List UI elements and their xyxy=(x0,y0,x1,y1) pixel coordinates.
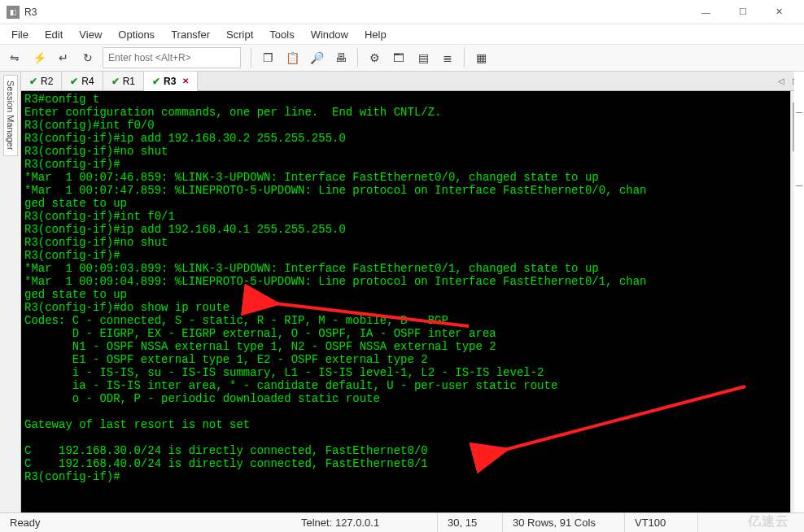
window-title: R3 xyxy=(24,7,688,18)
quick-connect-icon[interactable]: ⚡ xyxy=(28,46,50,69)
outer-right-strip xyxy=(794,72,804,512)
tab-r1[interactable]: ✔ R1 xyxy=(103,72,144,90)
connect-icon[interactable]: ↵ xyxy=(52,46,75,69)
tab-r4[interactable]: ✔ R4 xyxy=(62,72,103,90)
menu-window[interactable]: Window xyxy=(303,27,356,42)
app-icon: ◧ xyxy=(7,6,20,19)
toolbar-separator xyxy=(251,48,251,68)
menu-transfer[interactable]: Transfer xyxy=(163,27,218,42)
toolbar-separator xyxy=(464,48,465,68)
terminal-output[interactable]: R3#config t Enter configuration commands… xyxy=(21,91,790,512)
print-icon[interactable]: 🖶 xyxy=(330,46,352,69)
settings-icon[interactable]: ⚙ xyxy=(363,46,386,69)
find-icon[interactable]: 🔎 xyxy=(305,46,328,69)
status-emulation: VT100 xyxy=(625,513,698,532)
logging-icon[interactable]: ≣ xyxy=(436,46,459,69)
tab-label: R1 xyxy=(123,76,135,87)
titlebar: ◧ R3 — ☐ ✕ xyxy=(0,0,804,24)
tab-r3[interactable]: ✔ R3 ✕ xyxy=(144,72,198,91)
checkmark-icon: ✔ xyxy=(152,76,160,87)
menu-script[interactable]: Script xyxy=(218,27,261,42)
paste-icon[interactable]: 📋 xyxy=(281,46,304,69)
font-icon[interactable]: 🗔 xyxy=(387,46,410,69)
host-input[interactable] xyxy=(103,47,241,68)
tab-label: R2 xyxy=(41,76,53,87)
checkmark-icon: ✔ xyxy=(111,76,120,87)
menubar: File Edit View Options Transfer Script T… xyxy=(0,24,804,44)
tab-scroll-left-icon[interactable]: ◁ xyxy=(778,76,784,85)
tab-strip: ✔ R2 ✔ R4 ✔ R1 ✔ R3 ✕ ◁ ▷ xyxy=(21,72,804,91)
tab-label: R3 xyxy=(164,76,176,87)
tab-label: R4 xyxy=(81,76,94,87)
maximize-button[interactable]: ☐ xyxy=(724,1,761,24)
copy-icon[interactable]: ❐ xyxy=(256,46,279,69)
status-cursor-position: 30, 15 xyxy=(438,513,503,532)
menu-options[interactable]: Options xyxy=(110,27,163,42)
checkmark-icon: ✔ xyxy=(29,76,37,87)
colors-icon[interactable]: ▤ xyxy=(412,46,435,69)
session-icon[interactable]: ⇋ xyxy=(3,46,26,69)
statusbar: Ready Telnet: 127.0.0.1 30, 15 30 Rows, … xyxy=(0,512,804,532)
close-tab-icon[interactable]: ✕ xyxy=(182,76,189,85)
window-controls: — ☐ ✕ xyxy=(688,1,797,24)
menu-help[interactable]: Help xyxy=(356,27,395,42)
toolbar: ⇋ ⚡ ↵ ↻ ❐ 📋 🔎 🖶 ⚙ 🗔 ▤ ≣ ▦ xyxy=(0,44,804,72)
menu-edit[interactable]: Edit xyxy=(37,27,71,42)
status-ready: Ready xyxy=(0,513,291,532)
status-term-size: 30 Rows, 91 Cols xyxy=(503,513,625,532)
checkmark-icon: ✔ xyxy=(70,76,78,87)
menu-tools[interactable]: Tools xyxy=(261,27,302,42)
close-button[interactable]: ✕ xyxy=(761,1,797,24)
tab-r2[interactable]: ✔ R2 xyxy=(21,72,62,90)
minimize-button[interactable]: — xyxy=(688,1,724,24)
toolbar-separator xyxy=(357,48,358,68)
session-manager-tab[interactable]: Session Manager xyxy=(3,75,18,156)
watermark: 亿速云 xyxy=(748,513,789,530)
sidebar: Session Manager xyxy=(0,72,21,512)
reconnect-icon[interactable]: ↻ xyxy=(76,46,99,69)
menu-view[interactable]: View xyxy=(71,27,110,42)
hex-icon[interactable]: ▦ xyxy=(470,46,492,69)
status-connection: Telnet: 127.0.0.1 xyxy=(291,513,438,532)
menu-file[interactable]: File xyxy=(3,27,37,42)
